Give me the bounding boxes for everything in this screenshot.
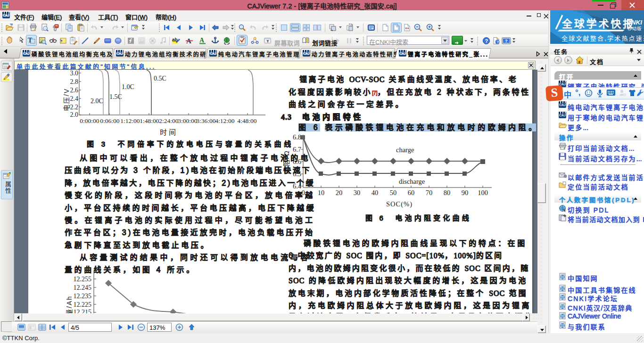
svg-text:电压/V: 电压/V xyxy=(63,88,70,111)
svg-text:0.5C: 0.5C xyxy=(154,75,166,82)
svg-text:2.0C: 2.0C xyxy=(91,98,103,105)
svg-text:?: ? xyxy=(485,38,488,44)
svg-text:discharge: discharge xyxy=(399,178,425,185)
svg-text:0:06:00: 0:06:00 xyxy=(100,117,120,124)
svg-text:3:36:00: 3:36:00 xyxy=(196,117,216,124)
svg-text:4:48:00: 4:48:00 xyxy=(237,117,257,124)
svg-text:1:12:00: 1:12:00 xyxy=(120,117,140,124)
svg-text:移动版: 移动版 xyxy=(627,26,642,31)
svg-text:SOC(%): SOC(%) xyxy=(386,200,413,208)
svg-text:内阻/Ω: 内阻/Ω xyxy=(283,150,290,174)
svg-text:1:48:00: 1:48:00 xyxy=(140,117,159,124)
svg-text:0:00:00: 0:00:00 xyxy=(80,117,99,124)
svg-text:时间: 时间 xyxy=(160,128,178,136)
svg-text:12.255: 12.255 xyxy=(74,276,92,283)
svg-text:?: ? xyxy=(505,39,508,43)
svg-text:60: 60 xyxy=(408,189,415,196)
svg-text:20: 20 xyxy=(336,189,343,196)
svg-text:6.8: 6.8 xyxy=(293,133,301,141)
svg-text:CNKI: CNKI xyxy=(627,19,642,26)
svg-text:全球文献整合,学术热点速递: 全球文献整合,学术热点速递 xyxy=(561,35,644,42)
svg-text:6.5: 6.5 xyxy=(293,170,301,178)
svg-text:2:24:00: 2:24:00 xyxy=(159,117,179,124)
svg-text:10: 10 xyxy=(318,189,325,196)
svg-text:量/Ah: 量/Ah xyxy=(66,295,73,313)
svg-text:70: 70 xyxy=(426,189,433,196)
svg-text:0: 0 xyxy=(301,189,305,196)
svg-text:A: A xyxy=(52,37,55,41)
svg-text:全球学术快报: 全球学术快报 xyxy=(561,18,635,30)
svg-text:80: 80 xyxy=(444,189,451,196)
svg-text:6.4: 6.4 xyxy=(293,182,302,190)
svg-text:2.0: 2.0 xyxy=(70,111,79,118)
svg-text:charge: charge xyxy=(396,146,414,154)
svg-text:40: 40 xyxy=(372,189,379,196)
svg-text:6.6: 6.6 xyxy=(293,158,301,165)
svg-text:?: ? xyxy=(497,40,499,44)
svg-text:A: A xyxy=(199,37,205,44)
svg-text:2.2: 2.2 xyxy=(70,104,79,111)
svg-text:3:00:00: 3:00:00 xyxy=(178,117,198,124)
svg-text:50: 50 xyxy=(390,189,397,196)
svg-text:1.0C: 1.0C xyxy=(122,83,134,90)
svg-text:12.225: 12.225 xyxy=(74,301,92,308)
svg-text:4:12:00: 4:12:00 xyxy=(215,117,235,124)
svg-text:1.5C: 1.5C xyxy=(109,93,122,100)
svg-text:2.6: 2.6 xyxy=(70,87,79,94)
svg-text:90: 90 xyxy=(462,189,469,196)
svg-text:12.215: 12.215 xyxy=(74,309,92,313)
svg-text:2.8: 2.8 xyxy=(70,78,79,85)
svg-text:30: 30 xyxy=(354,189,361,196)
svg-text:12.245: 12.245 xyxy=(74,284,92,291)
svg-text:3.0: 3.0 xyxy=(70,70,79,77)
svg-text:2.4: 2.4 xyxy=(70,95,79,102)
svg-text:12.235: 12.235 xyxy=(74,293,92,300)
svg-text:100: 100 xyxy=(478,189,488,196)
svg-text:6.7: 6.7 xyxy=(293,146,301,153)
